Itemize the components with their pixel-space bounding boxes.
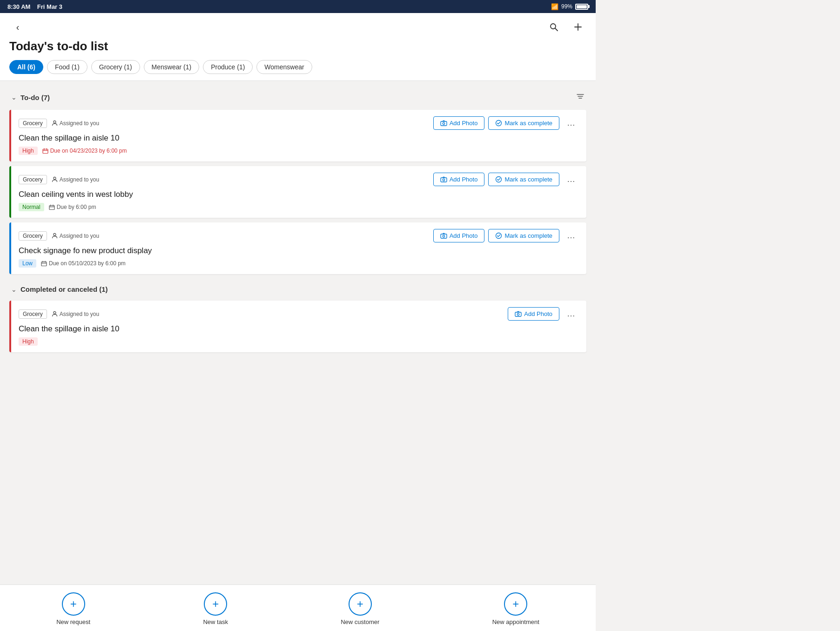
search-button[interactable] xyxy=(545,19,562,35)
svg-point-26 xyxy=(496,233,502,239)
tab-grocery[interactable]: Grocery (1) xyxy=(91,60,140,74)
todo-section-header: ⌄ To-do (7) xyxy=(9,88,586,106)
camera-icon xyxy=(440,176,447,183)
tab-menswear[interactable]: Menswear (1) xyxy=(144,60,200,74)
header-actions xyxy=(545,19,586,35)
task-1-assigned: Assigned to you xyxy=(52,120,99,127)
tab-all[interactable]: All (6) xyxy=(9,60,43,74)
calendar-icon xyxy=(41,261,47,267)
svg-point-33 xyxy=(517,313,519,315)
task-3-mark-complete-label: Mark as complete xyxy=(504,232,552,239)
task-1-mark-complete-button[interactable]: Mark as complete xyxy=(488,116,559,130)
svg-point-17 xyxy=(443,179,444,181)
svg-point-25 xyxy=(443,235,444,237)
completed-task-1-add-photo-button[interactable]: Add Photo xyxy=(508,307,559,321)
svg-point-9 xyxy=(443,122,444,124)
status-date: Fri Mar 3 xyxy=(37,3,62,10)
todo-section-title-row[interactable]: ⌄ To-do (7) xyxy=(11,94,50,101)
svg-point-31 xyxy=(54,312,56,314)
svg-rect-32 xyxy=(515,312,521,316)
check-circle-icon xyxy=(495,176,502,183)
todo-chevron-icon: ⌄ xyxy=(11,94,17,101)
tab-food[interactable]: Food (1) xyxy=(47,60,87,74)
tab-womenswear[interactable]: Womenswear xyxy=(256,60,312,74)
task-2-mark-complete-button[interactable]: Mark as complete xyxy=(488,173,559,186)
svg-rect-11 xyxy=(43,149,48,153)
task-3-due-text: Due on 05/10/2023 by 6:00 pm xyxy=(49,260,126,267)
completed-task-1-top: Grocery Assigned to you Add Ph xyxy=(19,307,579,321)
battery-fill xyxy=(577,5,587,8)
completed-task-1-footer: High xyxy=(19,337,579,346)
completed-chevron-icon: ⌄ xyxy=(11,286,17,293)
task-1-priority: High xyxy=(19,147,38,155)
svg-point-15 xyxy=(54,177,56,180)
svg-point-23 xyxy=(54,234,56,236)
task-1-meta: Grocery Assigned to you xyxy=(19,119,99,128)
task-2-footer: Normal Due by 6:00 pm xyxy=(19,203,579,211)
task-2-add-photo-label: Add Photo xyxy=(450,176,478,183)
filter-tabs: All (6) Food (1) Grocery (1) Menswear (1… xyxy=(9,60,586,81)
completed-task-1-assigned-text: Assigned to you xyxy=(60,311,99,317)
person-icon xyxy=(52,120,58,126)
task-2-actions: Add Photo Mark as complete … xyxy=(433,173,579,186)
completed-task-1-more-button[interactable]: … xyxy=(563,307,579,321)
completed-section-title: Completed or canceled (1) xyxy=(20,285,108,293)
camera-icon xyxy=(440,232,447,239)
tab-produce[interactable]: Produce (1) xyxy=(203,60,253,74)
task-1-tag: Grocery xyxy=(19,119,47,128)
calendar-overdue-icon xyxy=(42,148,48,154)
person-icon xyxy=(52,176,58,182)
task-3-assigned-text: Assigned to you xyxy=(60,233,99,239)
completed-section-title-row[interactable]: ⌄ Completed or canceled (1) xyxy=(11,285,108,293)
task-1-assigned-text: Assigned to you xyxy=(60,120,99,127)
todo-filter-icon[interactable] xyxy=(576,92,585,102)
task-3-mark-complete-button[interactable]: Mark as complete xyxy=(488,229,559,242)
svg-rect-24 xyxy=(441,234,447,238)
task-2-add-photo-button[interactable]: Add Photo xyxy=(433,173,485,186)
task-card-3-top: Grocery Assigned to you Add Ph xyxy=(19,229,579,242)
completed-task-1-meta: Grocery Assigned to you xyxy=(19,309,99,319)
completed-task-1-title: Clean the spillage in aisle 10 xyxy=(19,324,579,334)
camera-icon xyxy=(440,120,447,127)
task-card-2-top: Grocery Assigned to you Add Ph xyxy=(19,173,579,186)
svg-rect-27 xyxy=(41,262,47,266)
back-button[interactable]: ‹ xyxy=(9,19,26,35)
person-icon xyxy=(52,233,58,239)
task-1-add-photo-button[interactable]: Add Photo xyxy=(433,116,485,130)
completed-task-1-add-photo-label: Add Photo xyxy=(524,310,552,317)
task-1-add-photo-label: Add Photo xyxy=(450,120,478,127)
header: ‹ Today's to-do list All (6) Food (1) Gr… xyxy=(0,13,596,81)
task-2-meta: Grocery Assigned to you xyxy=(19,175,99,184)
calendar-icon xyxy=(49,204,55,210)
completed-task-1-priority: High xyxy=(19,337,38,346)
svg-rect-19 xyxy=(49,205,54,209)
task-1-more-button[interactable]: … xyxy=(563,116,579,130)
add-button[interactable] xyxy=(570,19,586,35)
task-2-mark-complete-label: Mark as complete xyxy=(504,176,552,183)
task-3-footer: Low Due on 05/10/2023 by 6:00 pm xyxy=(19,259,579,268)
main-content: ⌄ To-do (7) Grocery Assigned to you xyxy=(0,81,596,422)
task-2-assigned-text: Assigned to you xyxy=(60,176,99,183)
task-2-more-button[interactable]: … xyxy=(563,173,579,186)
task-2-due-text: Due by 6:00 pm xyxy=(57,204,96,210)
svg-point-18 xyxy=(496,177,502,182)
task-card-3: Grocery Assigned to you Add Ph xyxy=(9,222,586,274)
task-1-title: Clean the spillage in aisle 10 xyxy=(19,134,579,143)
camera-icon xyxy=(515,310,522,317)
task-2-priority: Normal xyxy=(19,203,44,211)
task-3-actions: Add Photo Mark as complete … xyxy=(433,229,579,242)
task-3-tag: Grocery xyxy=(19,231,47,241)
task-3-title: Check signage fo new product display xyxy=(19,246,579,255)
task-3-more-button[interactable]: … xyxy=(563,229,579,242)
task-card-1: Grocery Assigned to you Add Ph xyxy=(9,110,586,161)
search-icon xyxy=(549,22,558,32)
task-3-priority: Low xyxy=(19,259,36,268)
task-2-tag: Grocery xyxy=(19,175,47,184)
status-bar: 8:30 AM Fri Mar 3 📶 99% xyxy=(0,0,596,13)
task-1-actions: Add Photo Mark as complete … xyxy=(433,116,579,130)
task-1-mark-complete-label: Mark as complete xyxy=(504,120,552,127)
task-3-add-photo-label: Add Photo xyxy=(450,232,478,239)
todo-section-title: To-do (7) xyxy=(20,94,50,101)
check-circle-icon xyxy=(495,120,502,127)
task-3-add-photo-button[interactable]: Add Photo xyxy=(433,229,485,242)
